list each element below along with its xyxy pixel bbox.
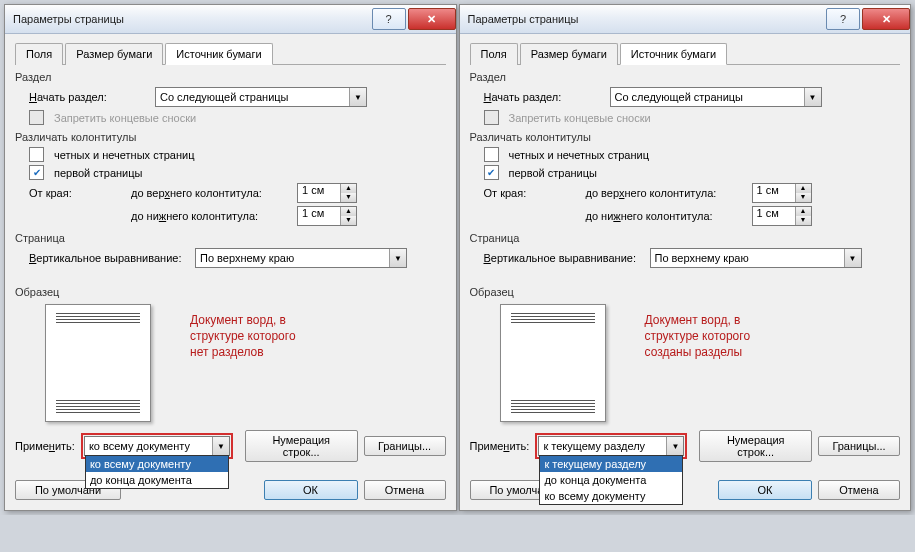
from-edge-label: От края: [29,187,125,199]
from-edge-label: От края: [484,187,580,199]
titlebar[interactable]: Параметры страницы ? ✕ [5,5,456,34]
dropdown-option[interactable]: до конца документа [540,472,682,488]
first-page-checkbox[interactable] [29,165,44,180]
borders-button[interactable]: Границы... [818,436,900,456]
page-setup-dialog-left: Параметры страницы ? ✕ Поля Размер бумаг… [4,4,457,511]
section-heading: Раздел [15,71,446,83]
sample-heading: Образец [15,286,446,298]
header-dist-label: до верхнего колонтитула: [131,187,291,199]
odd-even-label: четных и нечетных страниц [509,149,649,161]
help-button[interactable]: ? [826,8,860,30]
page-heading: Страница [15,232,446,244]
apply-to-label: Применить: [470,440,530,452]
suppress-endnotes-checkbox [484,110,499,125]
dropdown-option[interactable]: ко всему документу [86,456,228,472]
chevron-down-icon[interactable]: ▼ [666,437,683,455]
dropdown-option[interactable]: ко всему документу [540,488,682,504]
window-title: Параметры страницы [468,13,825,25]
first-page-label: первой страницы [54,167,142,179]
ok-button[interactable]: ОК [264,480,358,500]
apply-to-combo[interactable]: ко всему документу ▼ ко всему документу … [84,436,230,456]
chevron-down-icon[interactable]: ▼ [804,88,821,106]
suppress-endnotes-checkbox [29,110,44,125]
spin-up-icon[interactable]: ▲ [341,184,356,193]
chevron-down-icon[interactable]: ▼ [212,437,229,455]
cancel-button[interactable]: Отмена [818,480,900,500]
sample-heading: Образец [470,286,901,298]
apply-to-dropdown: к текущему разделу до конца документа ко… [539,455,683,505]
dropdown-option[interactable]: к текущему разделу [540,456,682,472]
tab-paper-source[interactable]: Источник бумаги [165,43,272,65]
odd-even-checkbox[interactable] [484,147,499,162]
tabstrip: Поля Размер бумаги Источник бумаги [470,42,901,65]
spin-up-icon[interactable]: ▲ [341,207,356,216]
vert-align-combo[interactable]: По верхнему краю ▼ [650,248,862,268]
tab-paper-size[interactable]: Размер бумаги [65,43,163,65]
footer-dist-label: до нижнего колонтитула: [586,210,746,222]
odd-even-checkbox[interactable] [29,147,44,162]
first-page-label: первой страницы [509,167,597,179]
borders-button[interactable]: Границы... [364,436,446,456]
apply-to-combo[interactable]: к текущему разделу ▼ к текущему разделу … [538,436,684,456]
help-button[interactable]: ? [372,8,406,30]
chevron-down-icon[interactable]: ▼ [349,88,366,106]
spin-down-icon[interactable]: ▼ [341,216,356,225]
tab-paper-source[interactable]: Источник бумаги [620,43,727,65]
cancel-button[interactable]: Отмена [364,480,446,500]
odd-even-label: четных и нечетных страниц [54,149,194,161]
start-section-label: Начать раздел: [484,91,604,103]
vert-align-label: Вертикальное выравнивание: [484,252,644,264]
apply-to-label: Применить: [15,440,75,452]
start-section-combo[interactable]: Со следующей страницы ▼ [610,87,822,107]
vert-align-label: Вертикальное выравнивание: [29,252,189,264]
line-numbers-button[interactable]: Нумерация строк... [699,430,812,462]
tab-fields[interactable]: Поля [15,43,63,65]
spin-down-icon[interactable]: ▼ [796,193,811,202]
tab-paper-size[interactable]: Размер бумаги [520,43,618,65]
section-heading: Раздел [470,71,901,83]
page-preview [45,304,151,422]
spin-down-icon[interactable]: ▼ [341,193,356,202]
chevron-down-icon[interactable]: ▼ [844,249,861,267]
tab-fields[interactable]: Поля [470,43,518,65]
spin-down-icon[interactable]: ▼ [796,216,811,225]
page-setup-dialog-right: Параметры страницы ? ✕ Поля Размер бумаг… [459,4,912,511]
headers-heading: Различать колонтитулы [15,131,446,143]
header-distance-spinner[interactable]: 1 см ▲▼ [297,183,357,203]
suppress-endnotes-label: Запретить концевые сноски [509,112,651,124]
headers-heading: Различать колонтитулы [470,131,901,143]
spin-up-icon[interactable]: ▲ [796,184,811,193]
close-button[interactable]: ✕ [408,8,456,30]
ok-button[interactable]: ОК [718,480,812,500]
window-title: Параметры страницы [13,13,370,25]
line-numbers-button[interactable]: Нумерация строк... [245,430,358,462]
vert-align-combo[interactable]: По верхнему краю ▼ [195,248,407,268]
tabstrip: Поля Размер бумаги Источник бумаги [15,42,446,65]
annotation-text: Документ ворд, в структуре которого нет … [190,312,296,361]
chevron-down-icon[interactable]: ▼ [389,249,406,267]
page-heading: Страница [470,232,901,244]
spin-up-icon[interactable]: ▲ [796,207,811,216]
header-distance-spinner[interactable]: 1 см ▲▼ [752,183,812,203]
footer-distance-spinner[interactable]: 1 см ▲▼ [752,206,812,226]
start-section-combo[interactable]: Со следующей страницы ▼ [155,87,367,107]
suppress-endnotes-label: Запретить концевые сноски [54,112,196,124]
close-button[interactable]: ✕ [862,8,910,30]
first-page-checkbox[interactable] [484,165,499,180]
titlebar[interactable]: Параметры страницы ? ✕ [460,5,911,34]
footer-distance-spinner[interactable]: 1 см ▲▼ [297,206,357,226]
dropdown-option[interactable]: до конца документа [86,472,228,488]
apply-to-dropdown: ко всему документу до конца документа [85,455,229,489]
header-dist-label: до верхнего колонтитула: [586,187,746,199]
page-preview [500,304,606,422]
annotation-text: Документ ворд, в структуре которого созд… [645,312,751,361]
footer-dist-label: до нижнего колонтитула: [131,210,291,222]
start-section-label: Начать раздел: [29,91,149,103]
